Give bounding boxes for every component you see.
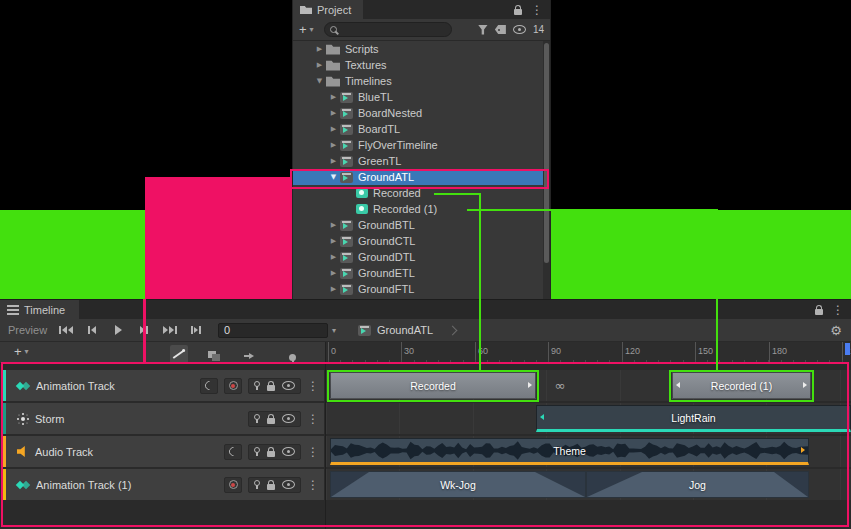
breadcrumb[interactable]: GroundATL [358,324,456,336]
scrollbar[interactable] [543,41,550,299]
tree-item-boardtl[interactable]: ▶BoardTL [293,121,543,137]
add-track-button[interactable]: + ▾ [14,345,29,358]
tab-project[interactable]: Project [293,0,363,19]
go-to-end-button[interactable] [158,322,182,338]
tree-item-textures[interactable]: ▶Textures [293,57,543,73]
folder-icon [300,5,312,14]
pin-icon[interactable] [254,414,260,420]
tree-item-grounddtl[interactable]: ▶GroundDTL [293,249,543,265]
tree-item-timelines[interactable]: ▼Timelines [293,73,543,89]
foldout-arrow[interactable]: ▶ [327,93,340,101]
create-asset-button[interactable]: + ▾ [299,23,314,36]
preview-toggle[interactable]: Preview [8,324,54,336]
foldout-arrow[interactable]: ▶ [327,141,340,149]
kebab-menu-icon[interactable]: ⋮ [832,304,844,316]
eye-icon[interactable] [282,447,295,456]
eye-icon[interactable] [282,480,295,489]
frame-field-caret-icon[interactable]: ▾ [332,326,336,335]
tree-item-recorded[interactable]: Recorded [293,185,543,201]
pin-icon[interactable] [254,480,260,486]
lock-icon[interactable] [267,385,275,391]
track-controls: ⋮ [248,411,324,427]
curves-toggle-button[interactable] [200,378,218,394]
search-input[interactable] [340,23,446,36]
track-header-animation-track-1[interactable]: Animation Track (1) ⋮ [2,469,324,500]
animation-clip-icon [356,204,368,214]
record-button[interactable] [224,378,242,394]
lock-icon[interactable] [514,9,522,15]
kebab-menu-icon[interactable]: ⋮ [531,4,543,16]
marker-toggle-button[interactable] [289,347,296,365]
hidden-count-eye-icon[interactable] [513,25,526,34]
foldout-arrow[interactable]: ▶ [327,109,340,117]
foldout-arrow[interactable]: ▶ [327,221,340,229]
search-box[interactable] [324,22,452,37]
kebab-menu-icon[interactable]: ⋮ [307,479,319,491]
lock-icon[interactable] [815,309,823,315]
tree-item-boardnested[interactable]: ▶BoardNested [293,105,543,121]
tree-item-scripts[interactable]: ▶Scripts [293,41,543,57]
eye-icon[interactable] [282,414,295,423]
tree-item-groundatl-selected[interactable]: ▼GroundATL [293,169,543,185]
kebab-menu-icon[interactable]: ⋮ [307,380,319,392]
mix-mode-button[interactable] [208,347,220,365]
search-by-label-icon[interactable] [495,24,506,35]
foldout-arrow[interactable]: ▶ [327,269,340,277]
track-header-animation-track[interactable]: Animation Track ⋮ [2,370,324,401]
play-range-button[interactable] [184,322,208,338]
track-header-audio-track[interactable]: Audio Track ⋮ [2,436,324,467]
tree-item-greentl[interactable]: ▶GreenTL [293,153,543,169]
play-button[interactable] [106,322,130,338]
foldout-arrow[interactable]: ▶ [327,125,340,133]
tree-item-label: GreenTL [358,155,401,167]
tree-item-bluetl[interactable]: ▶BlueTL [293,89,543,105]
foldout-arrow[interactable]: ▶ [327,237,340,245]
clip-wk-jog[interactable]: Wk-Jog [330,471,586,498]
next-frame-button[interactable] [132,322,156,338]
eye-icon[interactable] [282,381,295,390]
lock-icon[interactable] [267,484,275,490]
foldout-arrow[interactable]: ▶ [327,285,340,293]
chevron-down-icon: ▾ [310,26,314,34]
frame-field[interactable]: 0 [218,323,328,338]
foldout-arrow[interactable]: ▶ [327,253,340,261]
clip-curves-toggle[interactable] [170,345,188,365]
lock-icon[interactable] [267,418,275,424]
foldout-arrow[interactable]: ▼ [313,77,326,85]
ripple-mode-button[interactable] [244,347,256,365]
previous-frame-button[interactable] [80,322,104,338]
foldout-arrow[interactable]: ▶ [313,45,326,53]
foldout-arrow[interactable]: ▶ [327,157,340,165]
scrollbar-thumb[interactable] [544,43,549,263]
foldout-arrow[interactable]: ▶ [313,61,326,69]
settings-gear-icon[interactable]: ⚙ [830,324,842,337]
track-header-storm[interactable]: Storm ⋮ [2,403,324,434]
clip-lightrain[interactable]: LightRain [536,405,851,432]
tab-timeline[interactable]: Timeline [0,300,79,319]
blend-out-wedge [535,472,585,497]
pin-icon[interactable] [254,381,260,387]
pin-icon[interactable] [254,447,260,453]
curves-toggle-button[interactable] [224,444,242,460]
blend-in-wedge [331,472,369,497]
tree-item-groundbtl[interactable]: ▶GroundBTL [293,217,543,233]
clip-jog[interactable]: Jog [586,471,809,498]
clip-recorded[interactable]: Recorded [330,372,536,399]
tree-item-recorded-1[interactable]: Recorded (1) [293,201,543,217]
kebab-menu-icon[interactable]: ⋮ [307,446,319,458]
time-ruler[interactable]: 0 30 60 90 120 150 180 210 [325,342,851,364]
clip-theme[interactable]: Theme [330,438,809,465]
record-button[interactable] [224,477,242,493]
go-to-start-button[interactable] [54,322,78,338]
tree-item-groundctl[interactable]: ▶GroundCTL [293,233,543,249]
tree-item-groundetl[interactable]: ▶GroundETL [293,265,543,281]
breadcrumb-label: GroundATL [377,324,433,336]
clip-edge-arrow-icon [676,382,680,388]
kebab-menu-icon[interactable]: ⋮ [307,413,319,425]
foldout-arrow[interactable]: ▼ [327,173,340,181]
tree-item-flyovertimeline[interactable]: ▶FlyOverTimeline [293,137,543,153]
lock-icon[interactable] [267,451,275,457]
tree-item-groundftl[interactable]: ▶GroundFTL [293,281,543,297]
clip-recorded-1[interactable]: Recorded (1) [672,372,811,399]
search-by-type-icon[interactable] [478,25,488,35]
